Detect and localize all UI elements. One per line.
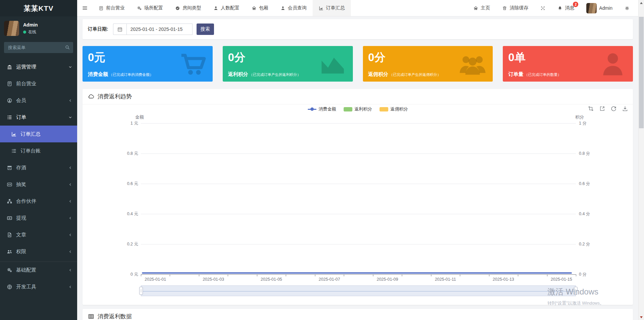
y-tick-label-right: 0.2 分 [579,241,610,247]
sidebar-item-label: 权限 [16,248,68,255]
x-axis-tick [402,275,402,276]
date-range-value: 2025-01-01 - 2025-01-15 [130,27,183,32]
sidebar-item-5[interactable]: 订单台账 [0,142,77,159]
nav-label: 消息 [565,5,574,11]
datazoom-shadow-line [141,291,576,291]
y-tick-label-right: 1 分 [579,121,610,126]
sidebar-item-2[interactable]: 会员 [0,92,77,109]
y-tick-label-right: 0.8 分 [579,151,610,156]
datazoom-slider[interactable] [141,285,576,296]
cogs-icon [7,267,12,273]
nav-tab-label: 包厢 [259,5,268,11]
home-icon [252,6,257,11]
stat-card-0: 0元消费金额（已完成订单的消费金额） [83,46,213,82]
online-dot [23,31,26,34]
avatar [4,21,19,36]
x-axis-tick [489,275,489,276]
stat-card-1: 0分返利积分（已完成订单产生的返利积分） [223,46,353,82]
legend-item-2[interactable]: 返佣积分 [379,106,408,112]
y-tick-label-left: 0.8 元 [107,151,138,156]
bell-icon [557,6,562,11]
chart-panel: 消费返利趋势 消费金额返利积分返佣积分 金额 积分 1 元1 分0.8 元0.8… [83,89,633,305]
nav-tab-label: 前台营业 [106,5,125,11]
cloud-icon [88,93,94,100]
gridline [141,123,576,124]
sidebar-item-1[interactable]: 前台营业 [0,75,77,92]
sidebar-toggle-button[interactable] [77,0,93,16]
nav-tab-0[interactable]: 前台营业 [93,0,131,16]
refresh-icon[interactable] [610,105,617,112]
x-axis-tick [141,275,141,276]
sidebar-item-0[interactable]: 运营管理 [0,58,77,75]
legend-item-0[interactable]: 消费金额 [308,106,336,112]
scrollbar[interactable] [638,0,644,320]
sidebar-item-9[interactable]: 提现 [0,210,77,226]
sidebar-search [4,42,73,53]
gridline [141,214,576,214]
legend-item-1[interactable]: 返利积分 [343,106,372,112]
zoom-restore-icon[interactable] [599,105,605,112]
x-axis-tick [518,275,518,276]
circle-icon [175,6,180,11]
nav-tab-6[interactable]: 订单汇总 [313,0,351,16]
nav-fullscreen[interactable] [534,0,551,16]
date-range-input[interactable]: 2025-01-01 - 2025-01-15 [126,24,193,35]
nav-settings[interactable] [619,0,636,16]
navbar-right: 主页清除缓存消息2Admin [467,0,638,16]
brand[interactable]: 某某KTV [0,0,77,16]
sidebar-item-7[interactable]: 抽奖 [0,176,77,193]
zoom-select-icon[interactable] [588,105,594,112]
search-button[interactable]: 搜索 [197,24,214,35]
bank-icon [7,64,12,70]
sidebar-item-4[interactable]: 订单汇总 [0,126,77,142]
scroll-thumb[interactable] [639,17,644,128]
y-tick-label-right: 0 分 [579,272,610,277]
sidebar-item-12[interactable]: 基础配置 [0,262,77,278]
box-icon [7,165,12,171]
sidebar-item-label: 运营管理 [16,64,68,70]
sidebar-search-input[interactable] [4,42,73,53]
date-range-group: 2025-01-01 - 2025-01-15 [113,24,193,35]
download-icon[interactable] [622,105,628,112]
gridline [141,244,576,244]
nav-tab-1[interactable]: 场所配置 [131,0,169,16]
search-icon[interactable] [65,45,70,50]
nav-user-menu[interactable]: Admin [580,0,619,16]
sidebar-item-6[interactable]: 存酒 [0,159,77,176]
nav-tab-4[interactable]: 包厢 [246,0,274,16]
journal-icon [99,6,104,11]
sidebar-item-10[interactable]: 文章 [0,226,77,243]
table-icon [88,313,94,320]
nav-label: 清除缓存 [509,5,528,11]
x-axis-tick [373,275,373,276]
sitemap-icon [7,198,12,204]
sidebar-item-11[interactable]: 权限 [0,243,77,260]
nav-messages[interactable]: 消息2 [551,0,580,16]
scroll-down-arrow[interactable] [639,314,644,320]
nav-tab-3[interactable]: 人数配置 [207,0,246,16]
datazoom-handle-left[interactable] [139,287,143,295]
series-line-zero [142,272,572,274]
content: 订单日期: 2025-01-01 - 2025-01-15 搜索 0元消费金额（… [77,16,638,320]
sidebar-item-3[interactable]: 订单 [0,109,77,126]
person-icon [597,50,628,78]
x-tick-label: 2025-01-13 [485,277,522,282]
table-title: 消费返利数据 [98,313,132,320]
datazoom-handle-right[interactable] [574,287,578,295]
group-icon [457,50,488,78]
scroll-up-arrow[interactable] [639,0,644,6]
nav-clear-cache[interactable]: 清除缓存 [496,0,534,16]
sidebar-item-label: 订单台账 [20,148,72,154]
calendar-icon[interactable] [113,24,126,35]
expand-icon [540,6,545,11]
x-axis-line [141,274,576,275]
nav-tab-label: 会员查询 [288,5,307,11]
nav-home[interactable]: 主页 [467,0,496,16]
userO-icon [7,98,12,103]
nav-tab-5[interactable]: 会员查询 [274,0,313,16]
sidebar-item-13[interactable]: 开发工具 [0,278,77,295]
date-filter-label: 订单日期: [88,26,108,32]
nav-tab-2[interactable]: 房间类型 [169,0,207,16]
sidebar-item-8[interactable]: 合作伙伴 [0,193,77,210]
filter-panel: 订单日期: 2025-01-01 - 2025-01-15 搜索 [83,19,633,39]
